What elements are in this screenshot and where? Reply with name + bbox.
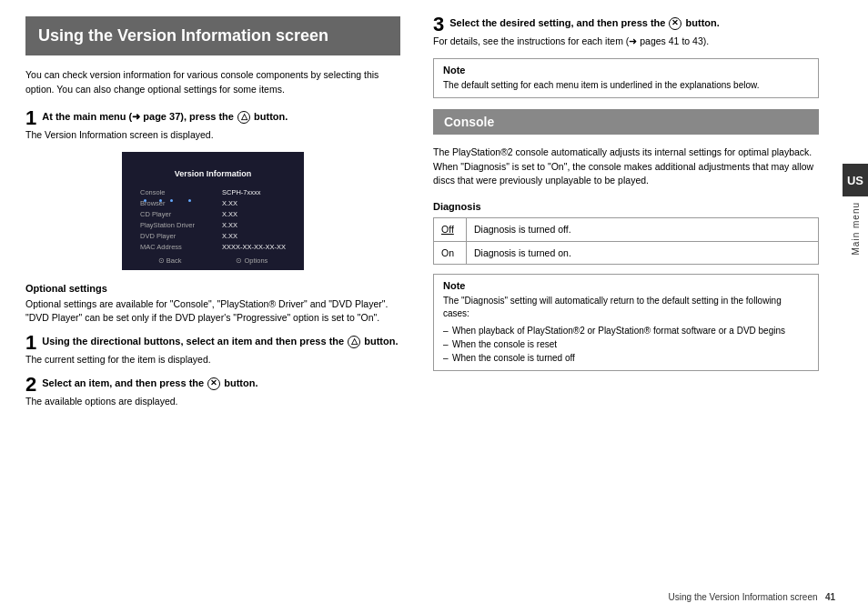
version-info-screen: Version Information ConsoleSCPH-7xxxx Br… [122,152,304,270]
step-1b-number: 1 [25,333,36,353]
step-2: 2 Select an item, and then press the ✕ b… [25,377,400,409]
side-tab-label: Main menu [851,202,861,255]
step-2-number: 2 [25,375,36,395]
step-3-heading: Select the desired setting, and then pre… [449,16,819,30]
left-column: Using the Version Information screen You… [0,0,419,613]
intro-text: You can check version information for va… [25,68,400,97]
page-footer: Using the Version Information screen 41 [669,592,835,602]
note-box-1: Note The default setting for each menu i… [433,58,819,98]
step-1b-heading: Using the directional buttons, select an… [42,335,400,348]
note-2-title: Note [443,280,809,291]
list-item: When playback of PlayStation®2 or PlaySt… [443,324,809,337]
optional-settings-body: Optional settings are available for "Con… [25,297,400,327]
note-2-intro: The "Diagnosis" setting will automatical… [443,295,809,320]
note-1-title: Note [443,65,809,75]
diagnosis-off-key: Off [434,218,467,242]
note-box-2: Note The "Diagnosis" setting will automa… [433,274,819,371]
table-row: Off Diagnosis is turned off. [434,218,819,242]
optional-settings-title: Optional settings [25,283,400,294]
triangle-button: △ [237,111,250,124]
list-item: When the console is reset [443,337,809,351]
diagnosis-table: Off Diagnosis is turned off. On Diagnosi… [433,217,819,265]
note-2-list: When playback of PlayStation®2 or PlaySt… [443,324,809,365]
right-column: 3 Select the desired setting, and then p… [419,0,837,613]
note-1-text: The default setting for each menu item i… [443,79,809,92]
cross-button: ✕ [207,377,220,390]
triangle-button-1b: △ [348,336,360,348]
diagnosis-on-value: Diagnosis is turned on. [467,241,819,265]
step-1b: 1 Using the directional buttons, select … [25,335,400,367]
side-tab: US Main menu [843,164,868,255]
screen-decoration [140,179,195,207]
step-3-body: For details, see the instructions for ea… [433,35,819,49]
page-title: Using the Version Information screen [25,16,400,55]
page-container: Using the Version Information screen You… [0,0,868,613]
footer-label: Using the Version Information screen [669,592,818,602]
step-3-number: 3 [433,15,444,35]
step-2-heading: Select an item, and then press the ✕ but… [42,377,400,390]
step-1b-body: The current setting for the item is disp… [25,353,400,367]
console-section-heading: Console [433,109,819,135]
step-1-body: The Version Information screen is displa… [25,128,400,143]
diagnosis-on-key: On [434,241,467,265]
table-row: On Diagnosis is turned on. [434,241,819,265]
screen-back: ⊙ Back [158,256,182,265]
step-3: 3 Select the desired setting, and then p… [433,16,819,49]
step-2-body: The available options are displayed. [25,395,400,409]
screen-nav: ⊙ Back ⊙ Options [158,256,268,265]
screen-title: Version Information [175,169,252,178]
list-item: When the console is turned off [443,351,809,365]
page-number: 41 [825,592,835,602]
step-1-heading: At the main menu (➜ page 37), press the … [42,110,400,124]
step-1: 1 At the main menu (➜ page 37), press th… [25,110,400,143]
screen-options: ⊙ Options [236,256,267,265]
step-1-number: 1 [25,108,36,128]
diagnosis-heading: Diagnosis [433,201,819,212]
country-tab: US [843,164,868,196]
console-section-body: The PlayStation®2 console automatically … [433,146,819,188]
diagnosis-off-value: Diagnosis is turned off. [467,218,819,242]
cross-button-step3: ✕ [669,17,681,30]
